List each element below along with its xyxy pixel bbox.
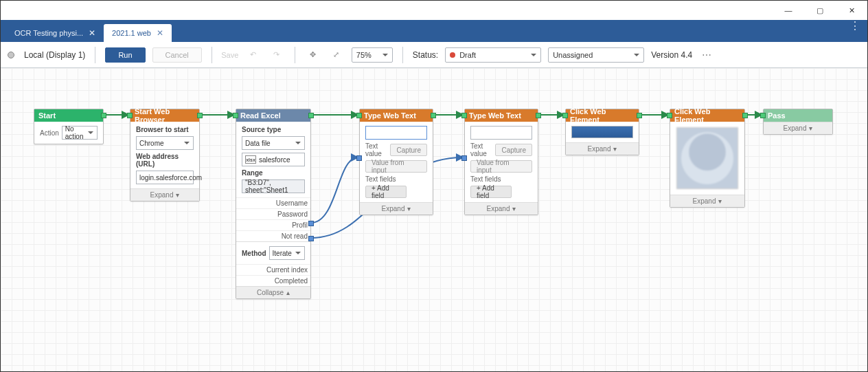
screenshot-preview[interactable]: [365, 126, 427, 140]
capture-button: Capture: [390, 144, 427, 156]
value-from-input-label: Value from input: [477, 159, 526, 174]
tab-ocr-testing[interactable]: OCR Testing physi... ✕: [6, 24, 104, 42]
output-label: Username: [276, 199, 308, 207]
close-icon: ✕: [849, 6, 855, 15]
expand-label: Expand: [382, 205, 405, 212]
node-start[interactable]: Start Action No action: [34, 109, 104, 144]
value-from-input-label: Value from input: [372, 159, 421, 174]
data-in-port[interactable]: [356, 155, 362, 161]
chevron-down-icon: ▾: [809, 124, 812, 132]
url-value: login.salesforce.com: [139, 174, 202, 182]
close-button[interactable]: ✕: [836, 1, 867, 20]
node-title: Click Web Element: [570, 107, 635, 124]
zoom-value: 75%: [356, 51, 372, 59]
browser-select[interactable]: Chrome: [136, 136, 194, 150]
output-not-read: Not read: [236, 230, 310, 241]
expand-toggle[interactable]: Expand▾: [566, 142, 639, 155]
out-port[interactable]: [742, 113, 748, 118]
in-port[interactable]: [760, 113, 766, 118]
node-read-excel[interactable]: Read Excel Source type Data file xlsxsal…: [236, 109, 311, 299]
tab-menu-kebab[interactable]: ⋮: [849, 24, 860, 28]
out-port[interactable]: [536, 113, 541, 118]
close-tab-icon[interactable]: ✕: [157, 28, 163, 38]
xlsx-icon: xlsx: [245, 155, 256, 164]
data-in-port[interactable]: [461, 155, 467, 161]
pan-button[interactable]: ✥: [305, 47, 321, 63]
capture-button: Capture: [495, 144, 532, 156]
close-tab-icon[interactable]: ✕: [89, 28, 95, 38]
node-title: Type Web Text: [364, 111, 416, 120]
status-select[interactable]: Draft: [445, 47, 541, 63]
minimize-button[interactable]: —: [773, 1, 804, 20]
node-pass[interactable]: Pass Expand▾: [763, 109, 833, 135]
save-label: Save: [221, 51, 238, 59]
method-value: Iterate: [273, 250, 292, 257]
more-menu[interactable]: ⋯: [699, 50, 716, 61]
url-input[interactable]: login.salesforce.com: [136, 171, 194, 184]
capture-label: Capture: [396, 146, 421, 154]
tab-label: OCR Testing physi...: [14, 29, 83, 37]
expand-toggle[interactable]: Expand▾: [764, 122, 832, 134]
node-header: Pass: [764, 109, 832, 122]
node-header: Start Web Browser: [130, 109, 199, 122]
in-port[interactable]: [667, 113, 672, 118]
data-port-password[interactable]: [308, 236, 314, 241]
action-label: Action: [40, 129, 59, 137]
expand-toggle[interactable]: Expand▾: [465, 202, 538, 215]
in-port[interactable]: [461, 113, 467, 118]
source-select[interactable]: Data file: [242, 136, 305, 150]
output-label: Not read: [282, 232, 308, 240]
maximize-button[interactable]: ▢: [804, 1, 836, 20]
out-port[interactable]: [637, 113, 642, 118]
element-screenshot[interactable]: [676, 127, 738, 189]
run-button[interactable]: Run: [105, 47, 145, 63]
data-port-username[interactable]: [308, 221, 314, 226]
add-field-button[interactable]: + Add field: [470, 186, 512, 198]
expand-toggle[interactable]: Expand▾: [670, 195, 744, 207]
in-port[interactable]: [127, 113, 133, 118]
undo-icon: ↶: [250, 50, 256, 59]
cancel-label: Cancel: [165, 51, 189, 59]
node-title: Click Web Element: [674, 107, 740, 124]
tab-2021-web[interactable]: 2021.1 web ✕: [104, 24, 172, 42]
element-screenshot[interactable]: [571, 126, 633, 138]
node-header: Type Web Text: [465, 109, 538, 122]
fit-button[interactable]: ⤢: [328, 47, 345, 63]
capture-label: Capture: [501, 146, 526, 154]
range-input[interactable]: "B3:D7", sheet:"Sheet1: [242, 179, 305, 193]
file-input[interactable]: xlsxsalesforce: [242, 153, 305, 166]
display-label: Local (Display 1): [24, 50, 85, 60]
expand-toggle[interactable]: Expand▾: [360, 202, 433, 215]
text-fields-label: Text fields: [365, 175, 427, 183]
node-start-web-browser[interactable]: Start Web Browser Browser to start Chrom…: [130, 109, 200, 201]
expand-label: Expand: [588, 145, 611, 153]
node-type-web-text-1[interactable]: Type Web Text Text value Capture Value f…: [359, 109, 433, 215]
node-click-web-element-1[interactable]: Click Web Element Expand▾: [565, 109, 639, 155]
text-value-label: Text value: [470, 142, 492, 157]
zoom-select[interactable]: 75%: [352, 47, 393, 63]
out-port[interactable]: [431, 113, 436, 118]
in-port[interactable]: [356, 113, 362, 118]
node-click-web-element-2[interactable]: Click Web Element Expand▾: [670, 109, 745, 208]
node-type-web-text-2[interactable]: Type Web Text Text value Capture Value f…: [464, 109, 538, 215]
workflow-canvas[interactable]: Start Action No action Start Web Browser…: [1, 68, 867, 371]
expand-toggle[interactable]: Expand▾: [130, 188, 199, 201]
chevron-down-icon: ▾: [176, 191, 179, 199]
out-port[interactable]: [197, 113, 203, 118]
assignee-select[interactable]: Unassigned: [548, 47, 644, 63]
url-label: Web address (URL): [136, 153, 194, 168]
output-label: Current index: [266, 266, 308, 274]
output-label: Completed: [275, 277, 308, 285]
add-field-button[interactable]: + Add field: [365, 186, 407, 198]
save-button: Save: [222, 47, 238, 63]
out-port[interactable]: [308, 113, 314, 118]
collapse-toggle[interactable]: Collapse▴: [236, 286, 310, 298]
chevron-down-icon: ▾: [718, 197, 722, 205]
screenshot-preview[interactable]: [470, 126, 532, 140]
in-port[interactable]: [233, 113, 238, 118]
action-select[interactable]: No action: [62, 126, 98, 140]
in-port[interactable]: [562, 113, 568, 118]
out-port[interactable]: [101, 113, 106, 118]
method-select[interactable]: Iterate: [269, 246, 305, 260]
source-value: Data file: [245, 140, 271, 147]
